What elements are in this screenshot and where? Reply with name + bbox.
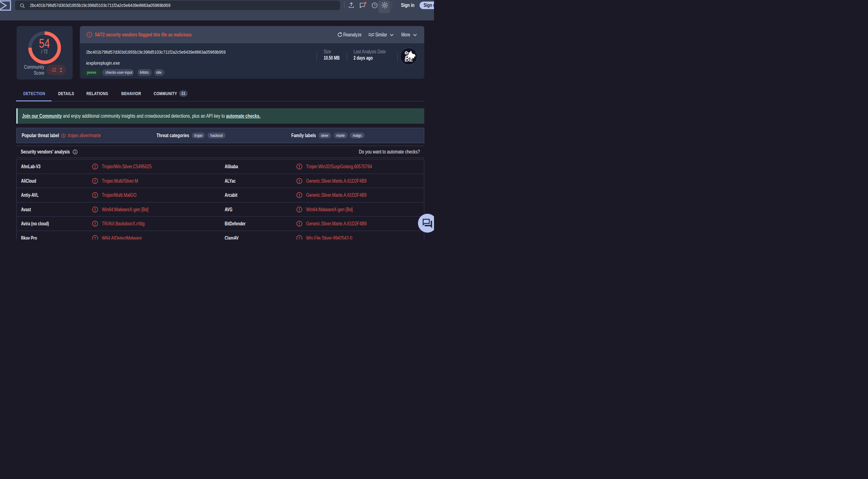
- svg-text:EXE: EXE: [404, 58, 413, 63]
- svg-text:?: ?: [374, 3, 376, 7]
